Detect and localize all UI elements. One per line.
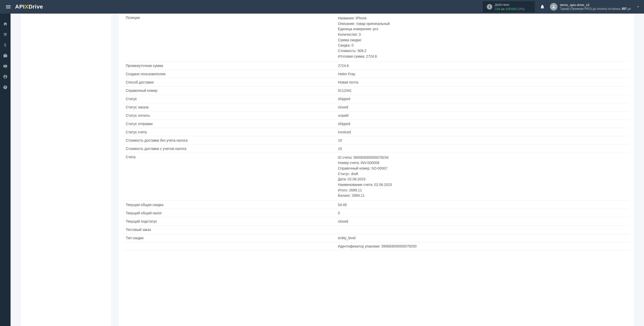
row-value: 9112341 xyxy=(336,86,629,95)
row-label: Текущий общий налог xyxy=(124,209,336,217)
table-row: Стоимость доставки без учета налога19 xyxy=(124,136,629,144)
sidebar-connections[interactable] xyxy=(0,29,11,40)
table-row: Способ доставкиНовая почта xyxy=(124,78,629,86)
row-label: Стоимость доставки без учета налога xyxy=(124,136,336,144)
table-row: Тип скидкиentity_level xyxy=(124,234,629,242)
sidebar-youtube[interactable] xyxy=(0,61,11,71)
row-label: Тип скидки xyxy=(124,234,336,242)
data-table: ПозицииНазвание: iPhoneОписание: товар о… xyxy=(124,14,629,251)
right-panel: ПозицииНазвание: iPhoneОписание: товар о… xyxy=(119,14,634,326)
row-value: closed xyxy=(336,103,629,111)
actions-label: Действия: xyxy=(495,3,525,7)
info-icon: i xyxy=(487,4,492,10)
actions-box[interactable]: i Действия: 226 из 100'000 (0%) xyxy=(483,1,535,12)
row-value: Новая почта xyxy=(336,78,629,86)
row-label: Тестовый заказ xyxy=(124,226,336,234)
header: APIXDrive i Действия: 226 из 100'000 (0%… xyxy=(0,0,644,14)
bell-icon[interactable] xyxy=(540,4,545,9)
row-label: Статус отправки xyxy=(124,119,336,128)
table-row: Создано пользователемHelen Fray xyxy=(124,70,629,78)
row-value: Идентификатор упаковки: 3906830000000782… xyxy=(336,242,629,251)
logo-drive: Drive xyxy=(28,4,43,10)
sidebar-home[interactable] xyxy=(0,19,11,29)
table-row: СчетаID счета: 390683000000078234Номер с… xyxy=(124,153,629,201)
hamburger-menu[interactable] xyxy=(4,3,13,10)
row-label: Справочный номер xyxy=(124,86,336,95)
table-row: Промежуточная сумма2724.6 xyxy=(124,61,629,70)
chevron-down-icon xyxy=(636,5,640,9)
table-row: Тестовый заказ xyxy=(124,226,629,234)
table-row: Справочный номер9112341 xyxy=(124,86,629,95)
left-panel xyxy=(21,14,111,326)
table-row: ПозицииНазвание: iPhoneОписание: товар о… xyxy=(124,14,629,61)
row-value: Helen Fray xyxy=(336,70,629,78)
sidebar-briefcase[interactable] xyxy=(0,50,11,61)
table-row: Статус оплатыunpaid xyxy=(124,111,629,119)
row-label: Статус xyxy=(124,95,336,103)
row-value: invoiced xyxy=(336,128,629,136)
sidebar-help[interactable] xyxy=(0,82,11,93)
row-label: Статус оплаты xyxy=(124,111,336,119)
row-label: Позиции xyxy=(124,14,336,61)
row-value: 54.49 xyxy=(336,201,629,209)
row-label: Статус заказа xyxy=(124,103,336,111)
sidebar-profile[interactable] xyxy=(0,71,11,82)
logo[interactable]: APIXDrive xyxy=(15,4,43,10)
logo-api: API xyxy=(15,4,25,10)
main-content: ПозицииНазвание: iPhoneОписание: товар о… xyxy=(11,14,644,326)
table-row: Текущий общий налог0 xyxy=(124,209,629,217)
row-value: unpaid xyxy=(336,111,629,119)
row-value: 2724.6 xyxy=(336,61,629,70)
row-value: shipped xyxy=(336,119,629,128)
table-row: Стоимость доставки с учетом налога19 xyxy=(124,144,629,153)
row-label xyxy=(124,242,336,251)
user-menu[interactable]: demo_apix-drive_s3 Тариф |Премиум PRO| д… xyxy=(550,3,640,11)
table-row: Текущий подстатусclosed xyxy=(124,217,629,226)
avatar-icon xyxy=(550,3,557,11)
logo-x: X xyxy=(25,4,28,10)
user-info: demo_apix-drive_s3 Тариф |Премиум PRO| д… xyxy=(560,3,631,11)
row-label: Создано пользователем xyxy=(124,70,336,78)
row-label: Стоимость доставки с учетом налога xyxy=(124,144,336,153)
table-row: Статус отправкиshipped xyxy=(124,119,629,128)
row-value: shipped xyxy=(336,95,629,103)
row-value xyxy=(336,226,629,234)
table-row: Статус заказаclosed xyxy=(124,103,629,111)
row-value: Название: iPhoneОписание: товар оригинал… xyxy=(336,14,629,61)
row-value: entity_level xyxy=(336,234,629,242)
row-label: Текущая общая скидка xyxy=(124,201,336,209)
actions-values: 226 из 100'000 (0%) xyxy=(495,7,525,11)
row-label: Способ доставки xyxy=(124,78,336,86)
row-value: ID счета: 390683000000078234Номер счета:… xyxy=(336,153,629,201)
table-row: Статусshipped xyxy=(124,95,629,103)
row-label: Счета xyxy=(124,153,336,201)
row-value: 19 xyxy=(336,136,629,144)
table-row: Идентификатор упаковки: 3906830000000782… xyxy=(124,242,629,251)
row-value: closed xyxy=(336,217,629,226)
row-value: 19 xyxy=(336,144,629,153)
table-row: Статус счетаinvoiced xyxy=(124,128,629,136)
row-label: Текущий подстатус xyxy=(124,217,336,226)
table-row: Текущая общая скидка54.49 xyxy=(124,201,629,209)
row-label: Статус счета xyxy=(124,128,336,136)
sidebar-billing[interactable] xyxy=(0,40,11,50)
sidebar xyxy=(0,14,11,326)
row-value: 0 xyxy=(336,209,629,217)
row-label: Промежуточная сумма xyxy=(124,61,336,70)
